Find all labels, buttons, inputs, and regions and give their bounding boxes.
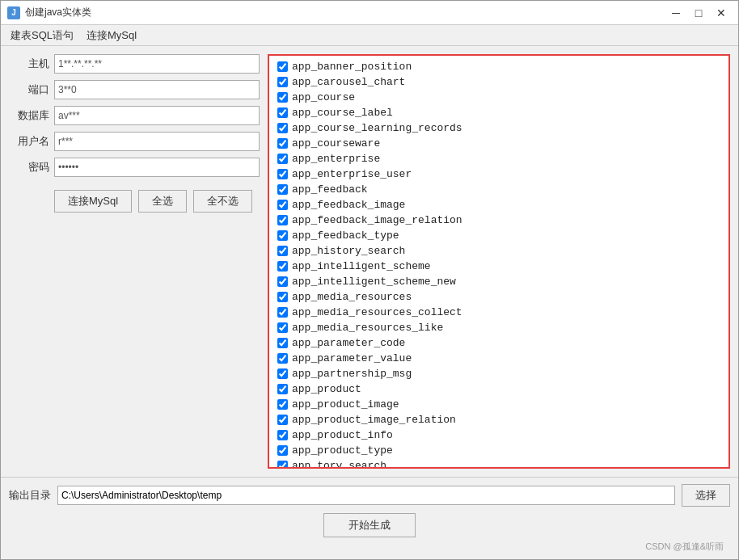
- output-label: 输出目录: [9, 488, 51, 503]
- menu-bar: 建表SQL语句 连接MySql: [1, 25, 738, 46]
- table-row: app_product_image: [274, 397, 724, 412]
- table-row: app_feedback_type: [274, 228, 724, 243]
- table-checkbox[interactable]: [277, 200, 288, 210]
- table-name-label[interactable]: app_product_info: [292, 429, 393, 441]
- pwd-input[interactable]: [54, 158, 260, 177]
- pwd-row: 密码: [9, 158, 260, 177]
- generate-button[interactable]: 开始生成: [323, 513, 416, 537]
- action-buttons: 连接MySql 全选 全不选: [9, 190, 260, 213]
- table-name-label[interactable]: app_partnership_msg: [292, 368, 412, 380]
- table-name-label[interactable]: app_courseware: [292, 137, 380, 149]
- table-row: app_partnership_msg: [274, 366, 724, 381]
- table-checkbox[interactable]: [277, 430, 288, 440]
- port-input[interactable]: [54, 80, 260, 99]
- table-checkbox[interactable]: [277, 322, 288, 333]
- title-bar-left: J 创建java实体类: [7, 6, 91, 19]
- deselect-all-button[interactable]: 全不选: [193, 190, 252, 213]
- table-checkbox[interactable]: [277, 107, 288, 118]
- table-checkbox[interactable]: [277, 77, 288, 87]
- table-checkbox[interactable]: [277, 292, 288, 302]
- table-name-label[interactable]: app_enterprise: [292, 153, 380, 165]
- table-checkbox[interactable]: [277, 123, 288, 133]
- table-name-label[interactable]: app_enterprise_user: [292, 168, 412, 180]
- table-checkbox[interactable]: [277, 92, 288, 103]
- choose-dir-button[interactable]: 选择: [682, 484, 730, 507]
- table-checkbox[interactable]: [277, 384, 288, 394]
- table-checkbox[interactable]: [277, 307, 288, 318]
- table-checkbox[interactable]: [277, 261, 288, 272]
- table-row: app_parameter_value: [274, 351, 724, 366]
- table-name-label[interactable]: app_parameter_value: [292, 352, 412, 364]
- table-row: app_media_resources_like: [274, 320, 724, 335]
- host-row: 主机: [9, 54, 260, 74]
- table-row: app_feedback_image_relation: [274, 213, 724, 228]
- left-panel: 主机 端口 数据库 用户名 密码 连接MySql 全选 全: [9, 54, 260, 469]
- db-row: 数据库: [9, 106, 260, 125]
- table-row: app_intelligent_scheme_new: [274, 274, 724, 289]
- table-checkbox[interactable]: [277, 169, 288, 179]
- table-row: app_product_info: [274, 427, 724, 443]
- host-label: 主机: [9, 57, 49, 71]
- table-row: app_product_image_relation: [274, 412, 724, 427]
- output-path-input[interactable]: [57, 486, 675, 505]
- table-checkbox[interactable]: [277, 338, 288, 348]
- minimize-button[interactable]: ─: [665, 5, 686, 21]
- menu-item-mysql[interactable]: 连接MySql: [80, 26, 143, 45]
- table-name-label[interactable]: app_product_image_relation: [292, 414, 456, 426]
- table-checkbox[interactable]: [277, 461, 288, 469]
- host-input[interactable]: [54, 54, 260, 74]
- table-name-label[interactable]: app_tory_search: [292, 460, 386, 469]
- table-row: app_history_search: [274, 243, 724, 259]
- table-name-label[interactable]: app_product: [292, 383, 361, 395]
- close-button[interactable]: ✕: [711, 5, 732, 21]
- table-checkbox[interactable]: [277, 138, 288, 149]
- table-row: app_feedback: [274, 182, 724, 197]
- table-row: app_product: [274, 381, 724, 397]
- table-name-label[interactable]: app_media_resources_like: [292, 322, 443, 334]
- table-name-label[interactable]: app_course_learning_records: [292, 122, 462, 134]
- table-checkbox[interactable]: [277, 445, 288, 456]
- table-name-label[interactable]: app_product_image: [292, 398, 399, 411]
- table-checkbox[interactable]: [277, 246, 288, 256]
- table-row: app_carousel_chart: [274, 74, 724, 90]
- table-name-label[interactable]: app_feedback_image: [292, 199, 405, 211]
- table-checkbox[interactable]: [277, 399, 288, 410]
- table-checkbox[interactable]: [277, 276, 288, 287]
- menu-item-sql[interactable]: 建表SQL语句: [4, 26, 80, 45]
- table-checkbox[interactable]: [277, 154, 288, 164]
- table-name-label[interactable]: app_media_resources: [292, 291, 412, 303]
- table-checkbox[interactable]: [277, 230, 288, 241]
- select-all-button[interactable]: 全选: [138, 190, 187, 213]
- port-label: 端口: [9, 82, 49, 97]
- table-list-panel[interactable]: app_banner_positionapp_carousel_chartapp…: [268, 54, 730, 469]
- table-checkbox[interactable]: [277, 215, 288, 225]
- table-checkbox[interactable]: [277, 184, 288, 195]
- table-name-label[interactable]: app_feedback: [292, 183, 368, 196]
- table-name-label[interactable]: app_course_label: [292, 107, 393, 119]
- table-name-label[interactable]: app_media_resources_collect: [292, 306, 462, 318]
- table-name-label[interactable]: app_banner_position: [292, 61, 412, 73]
- user-input[interactable]: [54, 132, 260, 151]
- table-name-label[interactable]: app_feedback_image_relation: [292, 214, 462, 226]
- table-name-label[interactable]: app_feedback_type: [292, 229, 399, 242]
- watermark: CSDN @孤逢&听雨: [9, 537, 730, 553]
- table-name-label[interactable]: app_history_search: [292, 245, 405, 257]
- table-name-label[interactable]: app_intelligent_scheme: [292, 260, 431, 272]
- table-checkbox[interactable]: [277, 415, 288, 425]
- connect-button[interactable]: 连接MySql: [54, 190, 132, 213]
- table-row: app_parameter_code: [274, 335, 724, 351]
- table-name-label[interactable]: app_course: [292, 91, 355, 103]
- table-checkbox[interactable]: [277, 61, 288, 72]
- table-name-label[interactable]: app_intelligent_scheme_new: [292, 276, 456, 288]
- table-checkbox[interactable]: [277, 353, 288, 364]
- table-row: app_enterprise: [274, 151, 724, 166]
- db-input[interactable]: [54, 106, 260, 125]
- table-row: app_feedback_image: [274, 197, 724, 213]
- user-row: 用户名: [9, 132, 260, 151]
- table-name-label[interactable]: app_carousel_chart: [292, 76, 405, 88]
- table-name-label[interactable]: app_product_type: [292, 444, 393, 457]
- maximize-button[interactable]: □: [688, 5, 709, 21]
- table-row: app_media_resources: [274, 289, 724, 305]
- table-checkbox[interactable]: [277, 368, 288, 379]
- table-name-label[interactable]: app_parameter_code: [292, 337, 405, 349]
